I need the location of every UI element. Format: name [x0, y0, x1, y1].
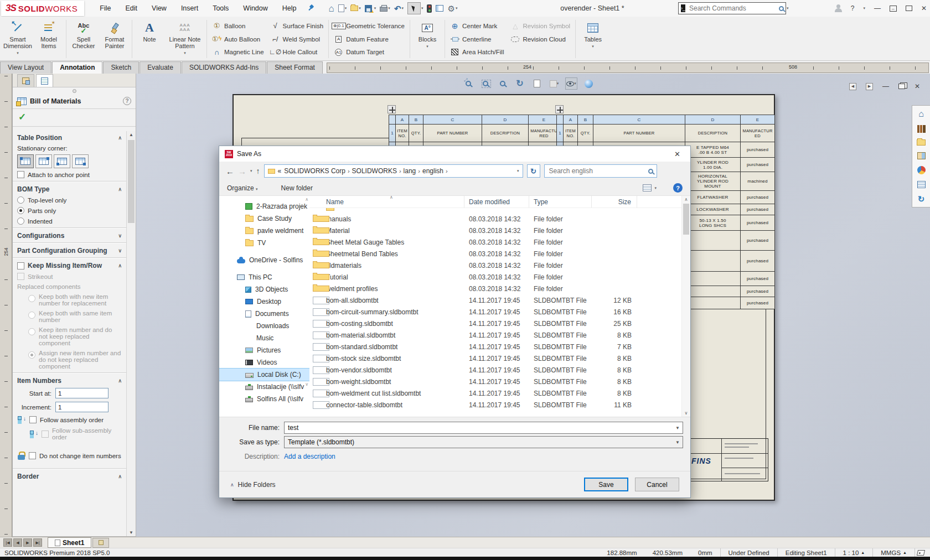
breadcrumb-segment[interactable]: english› — [422, 167, 450, 175]
sheet-properties-button[interactable] — [531, 77, 543, 90]
menu-item[interactable]: Tools — [213, 4, 229, 12]
file-row[interactable]: weldment profiles 08.03.2018 14:32 File … — [309, 283, 681, 294]
panel-help-icon[interactable]: ? — [123, 97, 131, 105]
dialog-title-bar[interactable]: SW2018 Save As ✕ — [219, 146, 690, 162]
ribbon-tab[interactable]: View Layout — [0, 61, 51, 74]
menu-item[interactable]: Window — [243, 4, 267, 12]
cancel-button[interactable]: Cancel — [635, 478, 679, 491]
print-button[interactable]: ▾ — [380, 5, 390, 12]
linear-note-pattern-button[interactable]: AAAAAA Linear Note Pattern▾ — [165, 18, 205, 60]
column-size[interactable]: Size — [592, 196, 637, 208]
organize-button[interactable]: Organize ▾ — [227, 184, 258, 192]
smart-dimension-button[interactable]: Smart Dimension▾ — [2, 18, 33, 60]
note-button[interactable]: A Note — [134, 18, 165, 60]
ok-check-icon[interactable]: ✓ — [18, 112, 26, 122]
bom-type-top-level[interactable]: Top-level only — [13, 195, 126, 205]
zoom-previous-button[interactable] — [497, 77, 509, 90]
file-row[interactable]: Sheetmetal Bend Tables 08.03.2018 14:32 … — [309, 248, 681, 260]
hide-show-items-button[interactable]: ▾ — [565, 77, 577, 90]
user-account-icon[interactable] — [834, 4, 842, 12]
tree-item[interactable]: 2-Razrada projek — [219, 200, 309, 212]
taskpane-custom-properties-icon[interactable] — [917, 181, 926, 188]
corner-top-left-button[interactable] — [17, 154, 34, 168]
breadcrumb-segment[interactable]: SOLIDWORKS Corp› — [284, 167, 352, 175]
breadcrumb-overflow[interactable]: « — [278, 167, 282, 175]
blocks-button[interactable]: A° Blocks▾ — [412, 18, 443, 60]
dialog-close-icon[interactable]: ✕ — [670, 150, 685, 158]
panel-resize-handle[interactable] — [13, 87, 136, 94]
tree-item[interactable]: This PC — [219, 271, 309, 283]
open-button[interactable]: ▾ — [350, 6, 361, 11]
tree-item[interactable]: TV — [219, 237, 309, 249]
tables-button[interactable]: Tables▾ — [577, 18, 608, 60]
file-row[interactable]: bom-standard.sldbomtbt 14.11.2017 19:45 … — [309, 341, 681, 352]
tree-item[interactable]: Desktop — [219, 295, 309, 308]
breadcrumb-segment[interactable]: SOLIDWORKS› — [352, 167, 404, 175]
file-name-combo[interactable]: ▼ — [284, 422, 683, 434]
file-row[interactable]: connector-table.sldbomtbt 14.11.2017 19:… — [309, 399, 681, 411]
status-sheet-scale[interactable]: 1 : 10▲ — [835, 549, 873, 556]
section-bom-type[interactable]: BOM Type∧ — [13, 183, 126, 195]
radio-top-level[interactable] — [17, 196, 24, 204]
command-search-box[interactable]: ›_ ▾ — [678, 2, 786, 14]
weld-symbol-button[interactable]: ⌐/Weld Symbol — [271, 33, 324, 46]
list-scroll-thumb[interactable] — [683, 204, 689, 235]
section-part-config-grouping[interactable]: Part Configuration Grouping∨ — [13, 244, 126, 256]
rotate-view-button[interactable]: ↻ — [514, 77, 526, 90]
tree-item[interactable]: Music — [219, 332, 309, 344]
format-painter-button[interactable]: Format Painter — [99, 18, 130, 60]
surface-finish-button[interactable]: √Surface Finish — [271, 19, 324, 33]
hide-folders-button[interactable]: ∧ Hide Folders — [230, 481, 276, 489]
taskpane-appearances-icon[interactable] — [917, 166, 926, 174]
taskpane-file-explorer-icon[interactable] — [917, 139, 926, 146]
property-manager-tab[interactable] — [36, 74, 53, 87]
ribbon-tab[interactable]: Sheet Format — [267, 61, 323, 74]
datum-target-button[interactable]: A1Datum Target — [334, 45, 405, 59]
add-description-link[interactable]: Add a description — [284, 453, 335, 460]
column-type[interactable]: Type — [529, 196, 592, 208]
save-as-type-dropdown-icon[interactable]: ▼ — [673, 437, 683, 448]
pin-menu-icon[interactable] — [307, 4, 314, 12]
breadcrumb-dropdown-icon[interactable]: ▾ — [517, 169, 519, 173]
dialog-help-icon[interactable]: ? — [673, 183, 683, 193]
new-document-button[interactable]: ▾ — [338, 4, 347, 12]
geometric-tolerance-button[interactable]: ⊕|0.1Geometric Tolerance — [334, 19, 405, 33]
radio-indented[interactable] — [17, 217, 24, 225]
file-row[interactable]: Sheet Metal Gauge Tables 08.03.2018 14:3… — [309, 236, 681, 248]
save-button-qat[interactable]: ▾ — [365, 4, 376, 13]
revision-cloud-button[interactable]: Revision Cloud — [510, 33, 570, 46]
column-date-modified[interactable]: Date modified — [464, 196, 529, 208]
help-dropdown-icon[interactable]: ▾ — [863, 6, 865, 11]
file-row[interactable]: bom-stock size.sldbomtbt 14.11.2017 19:4… — [309, 352, 681, 364]
file-row[interactable]: bom-circuit-summary.sldbomtbt 14.11.2017… — [309, 306, 681, 318]
tree-item[interactable]: OneDrive - Solfins — [219, 254, 309, 266]
do-not-change-checkbox[interactable] — [29, 452, 36, 459]
panel-scroll-down-icon[interactable]: ▼ — [127, 530, 136, 535]
center-mark-button[interactable]: ⊕Center Mark — [450, 19, 504, 33]
menu-item[interactable]: Insert — [181, 4, 198, 12]
ribbon-tab[interactable]: Sketch — [103, 61, 139, 74]
view-mode-icon[interactable] — [643, 184, 652, 191]
save-button[interactable]: Save — [584, 478, 628, 491]
prev-sheet-button[interactable]: ◀ — [13, 538, 22, 547]
file-row[interactable]: sldmaterials 08.03.2018 14:32 File folde… — [309, 260, 681, 271]
magnetic-line-button[interactable]: ∩Magnetic Line — [212, 45, 264, 59]
doc-close-button[interactable]: ✕ — [914, 82, 920, 90]
status-units[interactable]: MMGS▲ — [873, 549, 914, 556]
display-style-button[interactable]: ▾ — [548, 77, 560, 90]
menu-item[interactable]: View — [152, 4, 167, 12]
panel-scrollbar[interactable]: ▲ ▼ — [126, 131, 136, 536]
file-row[interactable]: bom-material.sldbomtbt 14.11.2017 19:45 … — [309, 329, 681, 341]
file-row[interactable]: Material 08.03.2018 14:32 File folder — [309, 225, 681, 236]
tree-item[interactable]: Pictures — [219, 344, 309, 356]
undo-button[interactable]: ↶▾ — [394, 4, 404, 13]
tree-item[interactable]: Instalacije (\\slfv — [219, 381, 309, 393]
view-settings-sphere-button[interactable] — [582, 77, 595, 90]
taskpane-update-icon[interactable]: ↻ — [918, 195, 925, 203]
doc-minimize-button[interactable]: — — [882, 82, 889, 90]
taskpane-view-palette-icon[interactable] — [917, 152, 926, 159]
display-pane-button[interactable] — [436, 5, 443, 12]
follow-assembly-row[interactable]: Follow assembly order — [13, 414, 126, 426]
panel-scroll-up-icon[interactable]: ▲ — [127, 132, 136, 137]
span-displays-button[interactable]: ↔ — [890, 6, 897, 12]
